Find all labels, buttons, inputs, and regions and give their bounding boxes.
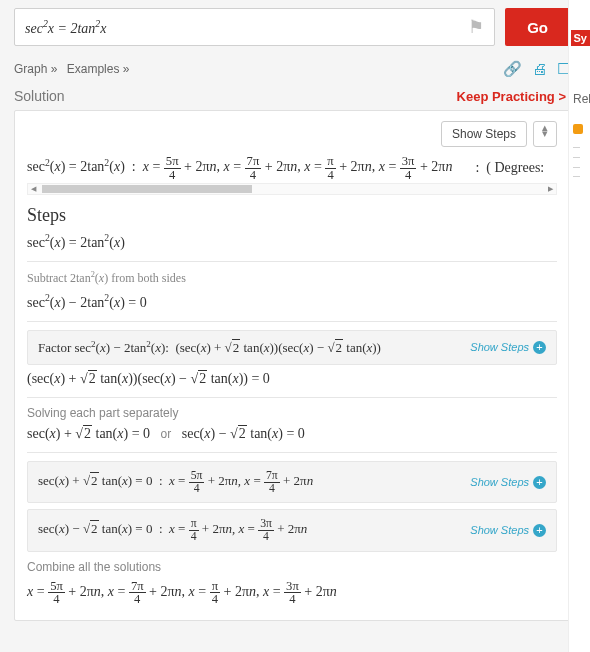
bullet-icon [573,124,583,134]
step-parts: sec(x) + 2 tan(x) = 0 or sec(x) − 2 tan(… [27,426,557,442]
plus-icon: + [533,476,546,489]
section-title: Solution [14,88,457,104]
share-icon[interactable]: 🔗 [503,60,522,78]
show-steps-link[interactable]: Show Steps+ [470,476,546,489]
solve-box-1: sec(x) + 2 tan(x) = 0 : x = 5π4 + 2πn, x… [27,461,557,503]
main-solution-row: sec2(x) = 2tan2(x) : x = 5π4 + 2πn, x = … [27,155,557,181]
step-factored: (sec(x) + 2 tan(x))(sec(x) − 2 tan(x)) =… [27,371,557,387]
graph-link[interactable]: Graph » [14,62,57,76]
show-steps-link[interactable]: Show Steps+ [470,341,546,354]
right-sidebar: Sy Relate ―――― [568,0,590,652]
step-combined: x = 5π4 + 2πn, x = 7π4 + 2πn, x = π4 + 2… [27,580,557,606]
sy-badge[interactable]: Sy [571,30,590,46]
search-row: sec2x = 2tan2x ⚑ Go [14,8,570,46]
keep-practicing-link[interactable]: Keep Practicing > [457,89,566,104]
steps-heading: Steps [27,205,557,226]
go-button[interactable]: Go [505,8,570,46]
step-original: sec2(x) = 2tan2(x) [27,232,557,251]
horizontal-scrollbar[interactable] [27,183,557,195]
hint-combine: Combine all the solutions [27,560,557,574]
factor-box: Factor sec2(x) − 2tan2(x): (sec(x) + 2 t… [27,330,557,365]
related-label: Relate [573,92,590,106]
plus-icon: + [533,341,546,354]
print-icon[interactable]: 🖨 [532,60,547,78]
links-row: Graph » Examples » 🔗 🖨 ☐ [14,60,570,78]
plus-icon: + [533,524,546,537]
search-box[interactable]: sec2x = 2tan2x ⚑ [14,8,495,46]
degrees-label: : ( Degrees: [468,160,544,176]
hint-solving: Solving each part separately [27,406,557,420]
stepper-button[interactable]: ▴▾ [533,121,557,147]
solve-box-2: sec(x) − 2 tan(x) = 0 : x = π4 + 2πn, x … [27,509,557,551]
search-input[interactable]: sec2x = 2tan2x [25,18,468,37]
hint-subtract: Subtract 2tan2(x) from both sides [27,270,557,286]
solution-card: Show Steps ▴▾ sec2(x) = 2tan2(x) : x = 5… [14,110,570,621]
show-steps-link[interactable]: Show Steps+ [470,524,546,537]
examples-link[interactable]: Examples » [67,62,130,76]
related-item[interactable]: ―――― [573,124,589,181]
bookmark-icon[interactable]: ⚑ [468,16,484,38]
show-steps-button[interactable]: Show Steps [441,121,527,147]
step-subtracted: sec2(x) − 2tan2(x) = 0 [27,292,557,311]
